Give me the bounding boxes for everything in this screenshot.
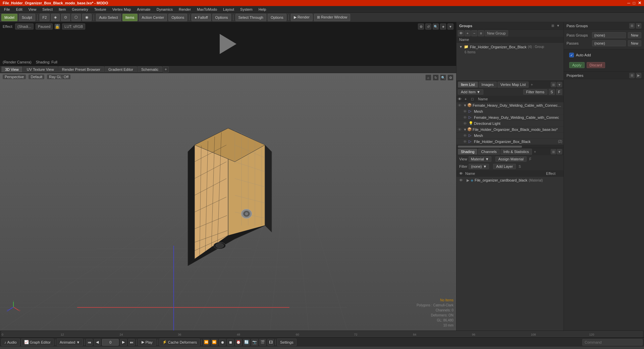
play-button[interactable]: ▶ Play bbox=[138, 339, 156, 346]
menu-help[interactable]: Help bbox=[256, 7, 269, 12]
shading-dropdown[interactable]: (Shadi... bbox=[15, 23, 34, 30]
tab-gradient-editor[interactable]: Gradient Editor bbox=[105, 66, 137, 72]
command-input[interactable] bbox=[582, 339, 643, 346]
item-list-scrollbar[interactable] bbox=[457, 145, 564, 148]
auto-select-button[interactable]: Auto Select bbox=[96, 14, 121, 21]
preview-settings-icon[interactable]: ⚙ bbox=[418, 23, 424, 30]
preview-menu-icon[interactable]: ▼ bbox=[447, 23, 453, 30]
sculpt-mode-button[interactable]: Sculpt bbox=[19, 14, 35, 21]
menu-animate[interactable]: Animate bbox=[134, 7, 153, 12]
menu-select[interactable]: Select bbox=[40, 7, 55, 12]
action-center-button[interactable]: Action Center bbox=[139, 14, 167, 21]
model-mode-button[interactable]: Model bbox=[1, 14, 17, 21]
list-item-file-holder-mesh[interactable]: 👁 ▷ File_Holder_Organizer_Box_Black (2) bbox=[457, 139, 564, 145]
filter-items-button[interactable]: Filter Items bbox=[523, 89, 547, 95]
prop-collapse-icon[interactable]: ▶ bbox=[636, 73, 641, 78]
new-passes-button[interactable]: New bbox=[628, 40, 641, 46]
groups-collapse-button[interactable]: ▼ bbox=[555, 23, 561, 29]
list-item-mesh-2[interactable]: 👁 ▷ Mesh bbox=[457, 133, 564, 139]
shading-material-row[interactable]: 👁 ▶ ◈ File_organizer_cardboard_black (Ma… bbox=[457, 177, 564, 184]
groups-list-button[interactable]: ≡ bbox=[478, 30, 484, 36]
pass-groups-dropdown[interactable]: (none) bbox=[592, 32, 626, 38]
prop-expand-icon[interactable]: ⊞ bbox=[629, 73, 635, 78]
list-item-dir-light-1[interactable]: 👁 💡 Directional Light bbox=[457, 120, 564, 127]
preview-zoom-icon[interactable]: 🔍 bbox=[433, 23, 439, 30]
filter-f-button[interactable]: F bbox=[556, 89, 562, 95]
transport-end-button[interactable]: ⏭ bbox=[128, 339, 135, 346]
add-shading-tab[interactable]: + bbox=[533, 150, 537, 154]
menu-render[interactable]: Render bbox=[176, 7, 194, 12]
viewport-settings-icon[interactable]: ⚙ bbox=[447, 74, 453, 81]
transport-next-button[interactable]: ▶ bbox=[120, 339, 127, 346]
paused-toggle[interactable]: Paused bbox=[36, 23, 53, 30]
tab-3d-view[interactable]: 3D View bbox=[1, 66, 22, 72]
passes-dropdown[interactable]: (none) bbox=[592, 40, 626, 46]
menu-geometry[interactable]: Geometry bbox=[69, 7, 91, 12]
tool-icon-4[interactable]: ◉ bbox=[82, 14, 92, 21]
auto-add-checkbox[interactable]: ✓ bbox=[569, 53, 574, 57]
viewport-rotate-icon[interactable]: ↻ bbox=[433, 74, 439, 81]
tool-icon-3[interactable]: ⬡ bbox=[71, 14, 81, 21]
render-button[interactable]: ▶ Render bbox=[291, 14, 313, 21]
tab-shading[interactable]: Shading bbox=[458, 149, 477, 155]
menu-dynamics[interactable]: Dynamics bbox=[154, 7, 175, 12]
assign-material-button[interactable]: Assign Material bbox=[495, 156, 527, 162]
timeline-ruler[interactable]: 0 12 24 36 48 60 72 84 96 108 120 bbox=[1, 331, 643, 337]
discard-button[interactable]: Discard bbox=[587, 62, 605, 68]
viewport-zoom-icon[interactable]: 🔍 bbox=[440, 74, 446, 81]
close-button[interactable]: ✕ bbox=[638, 1, 641, 5]
falloff-button[interactable]: ● Falloff bbox=[192, 14, 211, 21]
audio-button[interactable]: ♪ Audio bbox=[1, 339, 20, 346]
groups-add-button[interactable]: + bbox=[465, 30, 471, 36]
shading-collapse-icon[interactable]: ▼ bbox=[557, 149, 562, 154]
filter-s-button[interactable]: S bbox=[549, 89, 555, 95]
tab-channels[interactable]: Channels bbox=[478, 149, 499, 155]
lut-btn[interactable]: LUT: sRGB bbox=[62, 23, 85, 30]
tab-vertex-map[interactable]: Vertex Map List bbox=[497, 82, 529, 88]
tab-render-preset[interactable]: Render Preset Browser bbox=[58, 66, 104, 72]
group-item-file-holder[interactable]: ▼ 📁 File_Holder_Organizer_Box_Black (4) … bbox=[458, 44, 562, 50]
tool-icon-2[interactable]: ⊙ bbox=[61, 14, 70, 21]
item-list-content[interactable]: 👁 ▼ 📦 Femate_Heavy_Duty_Welding_Cable_wi… bbox=[457, 102, 564, 145]
transport-icon-5[interactable]: ⏰ bbox=[235, 339, 242, 346]
graph-editor-button[interactable]: 📈 Graph Editor bbox=[21, 339, 54, 346]
auto-add-toggle[interactable]: ✓ Auto Add bbox=[569, 53, 591, 57]
transport-icon-2[interactable]: ⏩ bbox=[211, 339, 218, 346]
add-item-button[interactable]: Add Item ▼ bbox=[458, 89, 483, 95]
lock-icon[interactable]: 🔒 bbox=[55, 24, 60, 29]
menu-edit[interactable]: Edit bbox=[13, 7, 25, 12]
menu-vertex-map[interactable]: Vertex Map bbox=[110, 7, 134, 12]
options-3-button[interactable]: Options bbox=[268, 14, 286, 21]
tool-icon-1[interactable]: ◈ bbox=[51, 14, 60, 21]
maximize-button[interactable]: □ bbox=[633, 1, 635, 5]
transport-prev-button[interactable]: ◀ bbox=[94, 339, 101, 346]
menu-item[interactable]: Item bbox=[56, 7, 68, 12]
add-viewport-tab-button[interactable]: + bbox=[163, 66, 169, 72]
transport-icon-1[interactable]: ⏪ bbox=[203, 339, 210, 346]
menu-maxtomodo[interactable]: MaxToModo bbox=[194, 7, 220, 12]
shading-list[interactable]: 👁 ▶ ◈ File_organizer_cardboard_black (Ma… bbox=[457, 177, 564, 331]
options-2-button[interactable]: Options bbox=[212, 14, 231, 21]
minimize-button[interactable]: ─ bbox=[627, 1, 630, 5]
render-window-button[interactable]: ⊞ Render Window bbox=[314, 14, 350, 21]
select-through-button[interactable]: Select Through bbox=[235, 14, 266, 21]
shading-expand-icon[interactable]: ⊞ bbox=[551, 149, 556, 154]
options-1-button[interactable]: Options bbox=[168, 14, 187, 21]
transport-icon-8[interactable]: 🎬 bbox=[259, 339, 266, 346]
properties-expand-icon[interactable]: ⊞ bbox=[629, 23, 635, 29]
tab-images[interactable]: Images bbox=[479, 82, 497, 88]
panel-collapse-icon[interactable]: ▼ bbox=[557, 82, 562, 87]
properties-collapse-icon[interactable]: ▼ bbox=[636, 23, 641, 29]
items-button[interactable]: Items bbox=[122, 14, 138, 21]
menu-view[interactable]: View bbox=[26, 7, 39, 12]
transport-icon-4[interactable]: ⏹ bbox=[227, 339, 234, 346]
tab-schematic[interactable]: Schematic bbox=[138, 66, 162, 72]
menu-system[interactable]: System bbox=[237, 7, 255, 12]
new-group-button[interactable]: New Group bbox=[485, 30, 508, 36]
preview-play-button[interactable] bbox=[218, 34, 238, 54]
panel-expand-icon[interactable]: ⊞ bbox=[551, 82, 556, 87]
list-item-female-welding[interactable]: 👁 ▼ 📦 Femate_Heavy_Duty_Welding_Cable_wi… bbox=[457, 102, 564, 108]
groups-remove-button[interactable]: − bbox=[471, 30, 477, 36]
add-panel-tab-button[interactable]: + bbox=[529, 83, 534, 87]
transport-icon-9[interactable]: 🎞 bbox=[267, 339, 274, 346]
